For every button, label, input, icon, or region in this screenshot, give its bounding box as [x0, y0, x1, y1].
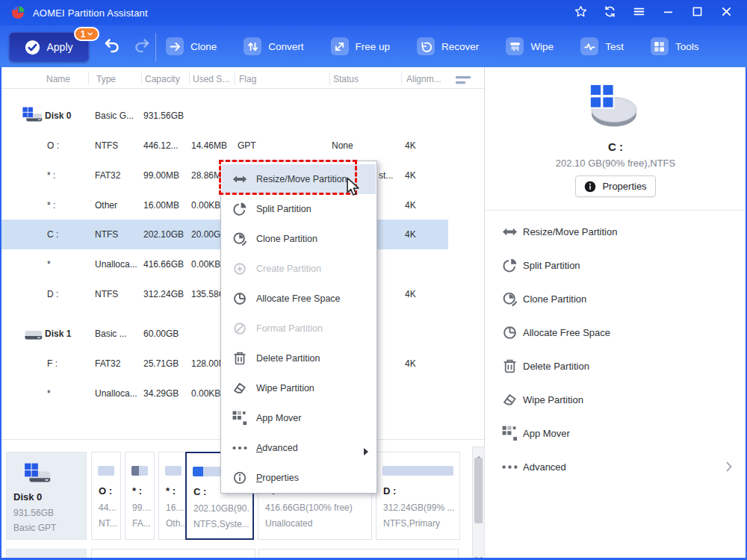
column-header-type: Type — [96, 74, 116, 84]
columns-icon[interactable] — [456, 75, 471, 84]
partition-card-size: 16.... — [166, 503, 185, 513]
menu-item-wipe-partition[interactable]: Wipe Partition — [222, 373, 376, 403]
disk-row[interactable]: Disk 0Basic G...931.56GB — [1, 101, 484, 131]
cell-alignment: 4K — [405, 289, 416, 299]
app-title: AOMEI Partition Assistant — [33, 7, 148, 19]
menu-item-label: Properties — [256, 473, 299, 483]
properties-button[interactable]: Properties — [575, 175, 656, 197]
partition-row[interactable]: O :NTFS446.12...14.46MBGPTNone4K — [1, 131, 484, 161]
info-icon — [232, 470, 247, 485]
clone-icon — [502, 291, 518, 307]
toolbar-button-label: Recover — [441, 41, 479, 52]
cell-capacity: 446.12... — [143, 140, 179, 151]
panel-action-advanced[interactable]: Advanced — [486, 450, 746, 484]
redo-button[interactable] — [133, 37, 151, 54]
menu-item-resize-move-partition[interactable]: Resize/Move Partition — [222, 164, 376, 194]
toolbar-button-label: Wipe — [530, 41, 554, 52]
menu-item-advanced[interactable]: Advanced — [222, 433, 376, 463]
cell-type: FAT32 — [95, 358, 120, 369]
cell-used: 0.00KB — [191, 259, 220, 270]
cell-type: Other — [95, 200, 117, 211]
partition-card[interactable]: D :312.24GB(99% ...NTFS,Primary — [376, 452, 460, 540]
cell-status: None — [332, 140, 353, 151]
toolbar-button-wipe[interactable]: Wipe — [506, 37, 554, 55]
cell-name: * : — [47, 200, 55, 211]
usage-bar — [131, 466, 148, 476]
app-window: AOMEI Partition Assistant Apply 1 CloneC… — [0, 0, 747, 560]
cell-used: 0.00KB — [191, 388, 220, 399]
main-menu-button[interactable] — [631, 5, 646, 20]
clone-icon — [232, 231, 247, 246]
apply-label: Apply — [46, 41, 72, 53]
header-separator — [141, 72, 142, 85]
panel-action-clone-partition[interactable]: Clone Partition — [486, 282, 746, 316]
ellipsis-icon — [232, 441, 247, 455]
partition-card[interactable]: O :44...NT... — [91, 452, 121, 540]
menu-item-create-partition: Create Partition — [222, 254, 376, 284]
column-header-status: Status — [333, 74, 359, 84]
disk-gpt-icon — [22, 106, 43, 125]
wipe-icon — [502, 392, 518, 408]
toolbar-button-recover[interactable]: Recover — [417, 37, 479, 55]
menu-item-clone-partition[interactable]: Clone Partition — [222, 224, 376, 254]
scroll-up-icon[interactable] — [475, 450, 483, 455]
toolbar-button-convert[interactable]: Convert — [244, 37, 303, 55]
toolbar-button-test[interactable]: Test — [580, 37, 624, 55]
partition-card-type: NTFS,Primary — [383, 518, 456, 529]
disk-card[interactable]: Disk 0931.56GBBasic GPT — [6, 452, 87, 540]
delete-icon — [232, 351, 247, 366]
column-header-alignm: Alignm... — [406, 74, 441, 84]
minimize-button[interactable] — [660, 5, 675, 20]
panel-action-allocate-free-space[interactable]: Allocate Free Space — [486, 316, 746, 349]
toolbar-button-tools[interactable]: Tools — [651, 37, 699, 55]
usage-bar — [382, 466, 453, 476]
header-separator — [88, 72, 89, 85]
chevron-right-icon — [726, 461, 732, 472]
column-header-name: Name — [46, 74, 70, 84]
toolbar-separator — [155, 33, 156, 61]
close-icon — [720, 5, 733, 21]
undo-button[interactable] — [103, 37, 121, 54]
cell-type: FAT32 — [95, 170, 120, 181]
properties-button-label: Properties — [602, 181, 646, 192]
table-header: NameTypeCapacityUsed S...FlagStatusAlign… — [1, 69, 484, 89]
cell-capacity: 34.29GB — [143, 388, 179, 399]
pending-operations-badge[interactable]: 1 — [74, 27, 99, 41]
appmover-icon — [232, 411, 247, 426]
toolbar-button-clone[interactable]: Clone — [166, 37, 217, 55]
titlebar: AOMEI Partition Assistant — [0, 0, 747, 25]
menu-item-app-mover[interactable]: App Mover — [222, 403, 376, 433]
usage-bar — [98, 466, 114, 476]
minimize-icon — [662, 5, 675, 21]
refresh-button[interactable] — [602, 5, 617, 20]
column-header-useds: Used S... — [193, 74, 229, 84]
partition-card[interactable]: * :99....FA... — [125, 452, 155, 540]
column-header-flag: Flag — [239, 74, 256, 84]
submenu-arrow-icon — [364, 445, 368, 452]
diskmap-scrollbar[interactable] — [472, 447, 485, 559]
panel-action-resize-move-partition[interactable]: Resize/Move Partition — [486, 215, 746, 249]
panel-action-split-partition[interactable]: Split Partition — [486, 249, 746, 282]
split-icon — [232, 202, 247, 217]
cell-capacity: 202.10GB — [143, 229, 184, 240]
panel-action-wipe-partition[interactable]: Wipe Partition — [486, 383, 746, 417]
menu-item-label: Clone Partition — [256, 234, 317, 244]
toolbar-button-free-up[interactable]: Free up — [331, 37, 391, 55]
scroll-down-icon[interactable] — [475, 550, 483, 555]
maximize-button[interactable] — [689, 5, 704, 20]
star-icon — [574, 5, 587, 21]
menu-item-split-partition[interactable]: Split Partition — [222, 194, 376, 224]
menu-item-allocate-free-space[interactable]: Allocate Free Space — [222, 284, 376, 314]
close-button[interactable] — [719, 5, 734, 20]
favorite-button[interactable] — [573, 5, 588, 20]
disk-card-name: Disk 0 — [13, 491, 42, 503]
delete-icon — [502, 358, 518, 374]
panel-action-delete-partition[interactable]: Delete Partition — [486, 349, 746, 383]
cell-alignment: 4K — [405, 170, 416, 181]
partition-card[interactable]: * :16....Oth... — [158, 452, 188, 540]
panel-action-app-mover[interactable]: App Mover — [486, 417, 746, 450]
menu-item-properties[interactable]: Properties — [222, 463, 376, 493]
scrollbar-thumb[interactable] — [474, 458, 483, 523]
menu-item-delete-partition[interactable]: Delete Partition — [222, 343, 376, 373]
pending-count: 1 — [81, 29, 86, 40]
